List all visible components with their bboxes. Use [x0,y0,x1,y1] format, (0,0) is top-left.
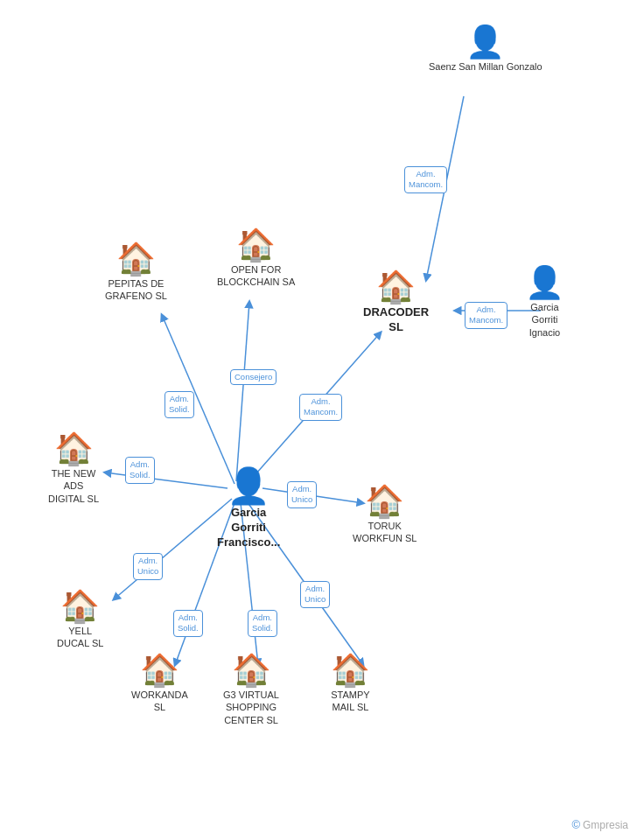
building-icon-yell-ducal: 🏠 [60,591,100,622]
svg-line-3 [236,302,249,481]
label-new-ads: THE NEWADSDIGITAL SL [48,467,99,505]
building-icon-open-blockchain: 🏠 [236,229,276,261]
node-dracoder[interactable]: 🏠 DRACODERSL [363,271,429,335]
node-new-ads[interactable]: 🏠 THE NEWADSDIGITAL SL [48,433,99,505]
badge-garcia-dracoder[interactable]: Adm.Mancom. [465,302,508,329]
badge-center-pepitas[interactable]: Adm.Solid. [164,391,194,418]
node-garcia-gorriti-ignacio[interactable]: 👤 GarciaGorritiIgnacio [525,267,564,339]
label-garcia-ignacio: GarciaGorritiIgnacio [529,301,560,339]
node-center-person[interactable]: 👤 GarciaGorritiFrancisco... [217,468,280,550]
label-yell-ducal: YELLDUCAL SL [57,625,103,650]
label-open-blockchain: OPEN FORBLOCKCHAIN SA [217,263,295,289]
label-stampy: STAMPYMAIL SL [331,689,369,714]
node-stampy-mail[interactable]: 🏠 STAMPYMAIL SL [331,654,370,714]
label-pepitas: PEPITAS DEGRAFENO SL [105,277,167,303]
person-icon-center: 👤 [227,468,270,503]
node-pepitas[interactable]: 🏠 PEPITAS DEGRAFENO SL [105,243,167,303]
badge-center-stampy[interactable]: Adm.Unico [300,581,330,608]
label-workanda: WORKANDASL [131,689,188,714]
node-open-blockchain[interactable]: 🏠 OPEN FORBLOCKCHAIN SA [217,229,295,289]
badge-center-yell[interactable]: Adm.Unico [133,553,163,580]
copyright-icon: © [571,818,580,831]
node-saenz[interactable]: 👤 Saenz San Millan Gonzalo [429,26,542,73]
building-icon-new-ads: 🏠 [54,433,94,465]
watermark: © Gmpresia [571,818,628,831]
label-saenz: Saenz San Millan Gonzalo [429,60,542,73]
node-g3-virtual[interactable]: 🏠 G3 VIRTUALSHOPPINGCENTER SL [223,654,279,726]
building-icon-dracoder: 🏠 [376,271,416,303]
badge-center-g3[interactable]: Adm.Solid. [248,610,277,637]
building-icon-stampy: 🏠 [331,654,370,686]
diagram-container: 👤 Saenz San Millan Gonzalo 🏠 DRACODERSL … [0,0,637,840]
label-toruk: TORUKWORKFUN SL [353,520,416,545]
node-toruk[interactable]: 🏠 TORUKWORKFUN SL [353,486,416,545]
badge-center-new-ads[interactable]: Adm.Solid. [125,457,155,484]
badge-center-dracoder[interactable]: Adm.Mancom. [299,394,342,421]
node-workanda[interactable]: 🏠 WORKANDASL [131,654,188,714]
svg-line-5 [105,472,228,488]
label-g3: G3 VIRTUALSHOPPINGCENTER SL [223,689,279,726]
svg-line-7 [114,499,232,599]
building-icon-toruk: 🏠 [365,486,404,517]
building-icon-workanda: 🏠 [140,654,179,686]
label-dracoder: DRACODERSL [363,305,429,335]
building-icon-g3: 🏠 [232,654,271,686]
badge-center-open-blockchain[interactable]: Consejero [230,369,276,385]
building-icon-pepitas: 🏠 [116,243,156,275]
person-icon-saenz: 👤 [466,26,505,58]
badge-center-workanda[interactable]: Adm.Solid. [173,610,203,637]
badge-center-toruk[interactable]: Adm.Unico [287,481,317,508]
label-center: GarciaGorritiFrancisco... [217,506,280,550]
watermark-text: Gmpresia [583,819,628,831]
node-yell-ducal[interactable]: 🏠 YELLDUCAL SL [57,591,103,650]
person-icon-garcia-ignacio: 👤 [525,267,564,298]
badge-saenz-dracoder[interactable]: Adm.Mancom. [404,166,447,193]
